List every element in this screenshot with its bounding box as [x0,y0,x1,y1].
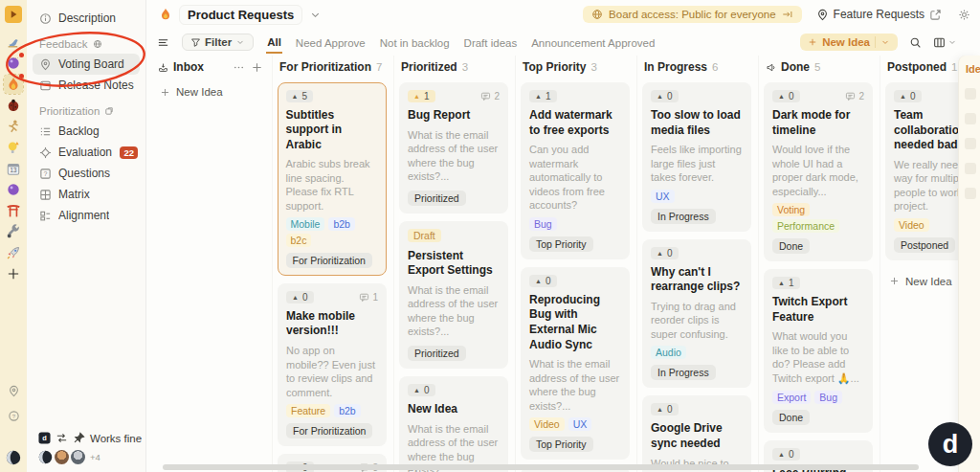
tab-draft-ideas[interactable]: Draft ideas [463,33,519,53]
vote-button[interactable]: ▲0 [651,90,679,102]
idea-card[interactable]: ▲5Subtitles support in ArabicArabic subs… [278,82,387,276]
card-tags: Video [894,218,959,232]
vote-button[interactable]: ▲1 [408,90,435,102]
sidebar-item-alignment[interactable]: Alignment [33,205,140,226]
notification-dot [19,53,24,57]
vote-button[interactable]: ▲0 [529,275,557,287]
tab-need-approve[interactable]: Need Approve [295,33,367,53]
column-inbox: InboxNew Idea [151,56,273,472]
chevron-down-icon[interactable] [309,9,322,21]
vote-button[interactable]: ▲0 [286,291,314,303]
idea-side-panel[interactable]: Idea [958,56,980,472]
view-switcher[interactable] [933,36,957,49]
card-title: Team collaboration needed badly [894,108,959,153]
vote-button[interactable]: ▲0 [651,403,679,416]
more-avatars-count: +4 [90,452,100,462]
crystal-ball-icon[interactable] [4,54,23,73]
vote-button[interactable]: ▲0 [772,448,800,461]
tag-b2c: b2c [286,234,312,247]
bird-icon[interactable] [4,33,23,52]
runner-icon[interactable] [4,117,23,136]
board-access-button[interactable]: Board access: Public for everyone [583,6,802,23]
brand-badge[interactable]: d [928,422,972,466]
new-idea-link[interactable]: New Idea [154,79,267,103]
column-actions [233,61,263,74]
idea-card[interactable]: ▲0Google Drive sync neededWould be nice … [642,395,751,472]
rocket-icon[interactable] [4,243,23,262]
vote-count: 0 [667,248,673,258]
sidebar-item-release-notes[interactable]: Release Notes [33,75,140,96]
calendar-icon[interactable]: 13 [4,159,23,178]
vote-row: ▲0 [651,90,743,102]
tab-not-in-backlog[interactable]: Not in backlog [379,33,451,53]
arrow-to-bar-icon [782,9,793,20]
idea-card[interactable]: ▲02Dark mode for timelineWould love if t… [764,82,873,261]
app-logo-icon[interactable] [5,6,22,23]
idea-card[interactable]: ▲12Bug ReportWhat is the email address o… [399,82,508,214]
flame-workspace-icon[interactable] [4,75,23,94]
idea-card[interactable]: ▲01Make mobile version!!!No app on mobil… [278,283,387,446]
vote-count: 0 [667,404,673,415]
idea-card[interactable]: ▲1Twitch Export FeatureWhat would you li… [764,269,873,432]
column-header: In Progress6 [640,56,753,79]
vote-row: ▲0 [651,247,743,259]
idea-card[interactable]: ▲0Why can't I rearrange clips?Trying to … [642,239,751,389]
board-columns: InboxNew IdeaFor Prioritization7▲5Subtit… [145,56,959,472]
section-title: Prioritization [39,105,100,117]
column-count: 7 [376,61,382,73]
sidebar-item-evaluation[interactable]: Evaluation22 [33,142,140,163]
ball-glyph [6,56,21,71]
ball-glyph [6,182,21,197]
tag-b2b: b2b [328,217,355,231]
horizontal-scrollbar[interactable] [163,464,919,470]
sidebar-item-questions[interactable]: ?Questions [33,163,140,184]
tab-all[interactable]: All [266,32,282,54]
add-workspace-icon[interactable] [4,264,23,283]
vote-count: 0 [546,276,551,286]
sidebar-item-matrix[interactable]: Matrix [33,184,140,205]
torii-glyph [6,203,21,218]
vote-triangle-icon: ▲ [778,451,785,458]
vote-button[interactable]: ▲5 [286,90,314,102]
vote-button[interactable]: ▲1 [529,90,557,102]
new-idea-link[interactable]: New Idea [883,268,959,293]
ladybug-icon[interactable] [4,96,23,115]
idea-card[interactable]: ▲1Add watermark to free exportsCan you a… [521,82,630,259]
status-badge: Done [772,410,810,425]
vote-button[interactable]: ▲0 [894,90,922,102]
idea-card[interactable]: ▲0Team collaboration needed badlyWe real… [885,82,959,260]
idea-card[interactable]: ▲0New IdeaWhat is the email address of t… [399,376,508,472]
status-badge: Top Priority [529,236,593,252]
gear-icon[interactable] [958,9,970,21]
idea-card[interactable]: DraftPersistent Export SettingsWhat is t… [399,221,508,369]
lightbulb-icon[interactable] [4,138,23,157]
help-icon[interactable]: ? [4,406,23,425]
board-menu-icon[interactable] [157,36,169,49]
user-avatar[interactable] [4,448,23,467]
new-idea-label: New Idea [822,36,870,48]
filter-button[interactable]: Filter [182,34,254,51]
idea-card[interactable]: ▲0Reproducing Bug with External Mic Audi… [521,267,630,460]
search-icon[interactable] [909,36,922,49]
vote-button[interactable]: ▲0 [651,247,679,259]
vote-button[interactable]: ▲1 [772,277,800,289]
idea-card[interactable]: ▲0Too slow to load media filesFeels like… [642,82,751,232]
wrench-icon[interactable] [4,222,23,241]
location-pin-icon[interactable] [4,381,23,400]
sidebar-item-backlog[interactable]: Backlog [33,121,140,142]
torii-icon[interactable] [4,201,23,220]
sidebar-item-voting-board[interactable]: Voting Board [33,54,140,75]
vote-row: ▲1 [772,277,864,289]
vote-button[interactable]: ▲0 [408,384,435,396]
vote-button[interactable]: ▲0 [772,90,800,102]
sidebar-item-description[interactable]: Description [33,8,140,29]
crystal-ball-2-icon[interactable] [4,180,23,199]
card-title: Bug Report [408,108,500,124]
feature-requests-link[interactable]: Feature Requests [816,8,942,21]
new-idea-button[interactable]: New Idea [800,34,898,51]
tag-bug: Bug [814,391,842,404]
workspace-status[interactable]: d Works fine [38,432,142,444]
board-title-dropdown[interactable]: Product Requests [179,5,302,25]
vote-triangle-icon: ▲ [657,93,663,100]
tab-announcement-approved[interactable]: Announcement Approved [530,33,656,53]
